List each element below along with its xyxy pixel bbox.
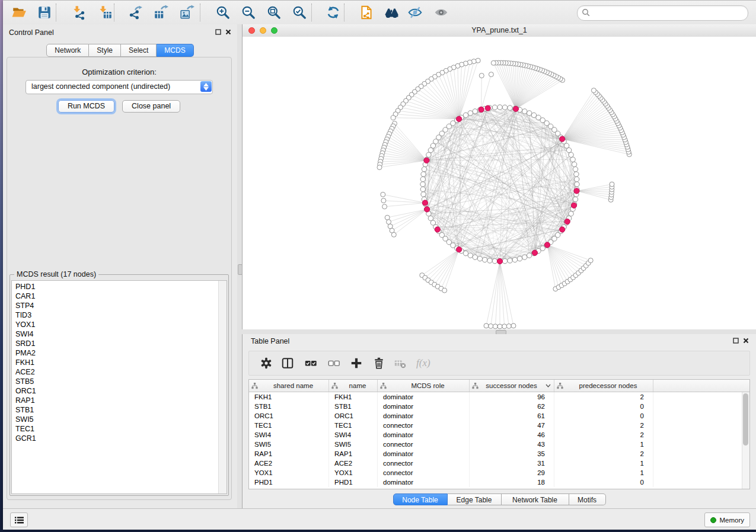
show-columns-icon[interactable] xyxy=(281,357,294,370)
mcds-result-item[interactable]: YOX1 xyxy=(12,320,227,329)
save-icon[interactable] xyxy=(37,5,52,20)
mcds-result-item[interactable]: ACE2 xyxy=(12,367,227,377)
run-mcds-button[interactable]: Run MCDS xyxy=(58,100,114,113)
mcds-result-item[interactable]: GCR1 xyxy=(12,434,227,443)
tab-edge-table[interactable]: Edge Table xyxy=(448,493,502,505)
column-header-successor-nodes[interactable]: successor nodes xyxy=(470,380,554,392)
tab-node-table[interactable]: Node Table xyxy=(393,493,448,505)
cell-successor-nodes: 18 xyxy=(470,477,554,487)
result-scrollbar[interactable] xyxy=(218,281,227,493)
cell-name: SWI5 xyxy=(329,440,378,449)
import-table-icon[interactable] xyxy=(97,5,113,20)
close-panel-icon[interactable] xyxy=(225,29,231,35)
column-header-MCDS-role[interactable]: MCDS role xyxy=(378,380,470,392)
binoculars-icon[interactable] xyxy=(384,5,399,20)
optimization-criterion-value: largest connected component (undirected) xyxy=(31,82,170,91)
vertical-splitter[interactable] xyxy=(237,24,242,508)
tab-network-table[interactable]: Network Table xyxy=(502,493,569,505)
network-canvas[interactable] xyxy=(243,37,756,329)
mcds-result-item[interactable]: FKH1 xyxy=(12,358,227,367)
function-builder-icon[interactable]: f(x) xyxy=(416,357,435,370)
table-row[interactable]: FKH1FKH1dominator962 xyxy=(249,392,749,402)
import-network-icon[interactable] xyxy=(71,5,87,20)
mcds-result-item[interactable]: STB5 xyxy=(12,377,227,386)
mcds-result-item[interactable]: TEC1 xyxy=(12,424,227,434)
screen: Control Panel NetworkStyleSelectMCDS Opt… xyxy=(0,0,756,532)
export-network-icon[interactable] xyxy=(127,5,143,20)
cell-name: STB1 xyxy=(329,402,378,411)
memory-button[interactable]: Memory xyxy=(704,512,750,527)
delete-rows-icon[interactable] xyxy=(372,357,385,370)
mcds-result-item[interactable]: TID3 xyxy=(12,310,227,320)
table-row[interactable]: ACE2ACE2connector311 xyxy=(249,459,749,468)
mcds-result-item[interactable]: SWI5 xyxy=(12,415,227,424)
table-scrollbar[interactable] xyxy=(742,392,749,489)
table-row[interactable]: RAP1RAP1dominator352 xyxy=(249,449,749,459)
export-image-icon[interactable] xyxy=(180,5,195,20)
hide-graphics-details-icon[interactable] xyxy=(407,5,423,20)
close-panel-icon[interactable] xyxy=(743,338,749,344)
table-row[interactable]: SWI5SWI5connector431 xyxy=(249,440,749,449)
tab-select[interactable]: Select xyxy=(121,44,157,57)
share-document-icon[interactable] xyxy=(359,5,374,20)
zoom-selected-icon[interactable] xyxy=(292,5,307,20)
select-all-icon[interactable] xyxy=(304,357,317,370)
mcds-result-item[interactable]: SWI4 xyxy=(12,329,227,339)
tab-style[interactable]: Style xyxy=(89,44,121,57)
mcds-result-item[interactable]: STP4 xyxy=(12,301,227,310)
cell-MCDS-role: connector xyxy=(378,440,470,449)
float-panel-icon[interactable] xyxy=(733,338,739,344)
tab-motifs[interactable]: Motifs xyxy=(569,493,606,505)
show-graphics-details-icon[interactable] xyxy=(433,5,449,20)
cell-successor-nodes: 96 xyxy=(470,392,554,402)
mcds-result-list[interactable]: PHD1CAR1STP4TID3YOX1SWI4SRD1PMA2FKH1ACE2… xyxy=(11,280,227,494)
column-header-shared-name[interactable]: shared name xyxy=(249,380,329,392)
table-row[interactable]: SWI4SWI4dominator462 xyxy=(249,430,749,440)
cell-predecessor-nodes: 0 xyxy=(554,477,653,487)
zoom-in-icon[interactable] xyxy=(215,5,231,20)
close-panel-button[interactable]: Close panel xyxy=(122,100,180,113)
delete-table-icon[interactable] xyxy=(394,357,407,370)
refresh-icon[interactable] xyxy=(326,5,341,20)
cell-shared-name: TEC1 xyxy=(249,421,329,430)
table-row[interactable]: ORC1ORC1dominator610 xyxy=(249,411,749,421)
cell-name: PHD1 xyxy=(329,477,378,487)
mcds-result-item[interactable]: PMA2 xyxy=(12,348,227,358)
tab-network[interactable]: Network xyxy=(46,44,89,57)
mcds-result-item[interactable]: RAP1 xyxy=(12,396,227,405)
float-panel-icon[interactable] xyxy=(215,29,221,35)
column-header-predecessor-nodes[interactable]: predecessor nodes xyxy=(554,380,653,392)
table-tabs: Node TableEdge TableNetwork TableMotifs xyxy=(243,493,756,505)
node-table: shared namenameMCDS rolesuccessor nodesp… xyxy=(248,379,750,489)
table-row[interactable]: STB1STB1dominator620 xyxy=(249,402,749,411)
search-input[interactable] xyxy=(593,7,744,20)
deselect-all-icon[interactable] xyxy=(327,357,340,370)
open-folder-icon[interactable] xyxy=(11,5,27,20)
zoom-out-icon[interactable] xyxy=(241,5,256,20)
control-panel-title: Control Panel xyxy=(9,28,54,37)
cell-predecessor-nodes: 2 xyxy=(554,392,653,402)
table-scrollbar-thumb[interactable] xyxy=(743,393,748,446)
mcds-result-item[interactable]: STB1 xyxy=(12,405,227,415)
table-row[interactable]: PHD1PHD1dominator180 xyxy=(249,477,749,487)
add-row-icon[interactable] xyxy=(350,357,363,370)
network-titlebar[interactable]: YPA_prune.txt_1 xyxy=(243,24,756,37)
tab-mcds[interactable]: MCDS xyxy=(157,44,193,57)
table-row[interactable]: TEC1TEC1connector472 xyxy=(249,421,749,430)
search-field[interactable] xyxy=(577,5,748,21)
zoom-fit-icon[interactable] xyxy=(266,5,282,20)
column-header-name[interactable]: name xyxy=(329,380,378,392)
export-table-icon[interactable] xyxy=(154,5,169,20)
mcds-result-item[interactable]: PHD1 xyxy=(12,282,227,291)
table-row[interactable]: YOX1YOX1connector291 xyxy=(249,468,749,477)
mcds-result-item[interactable]: ORC1 xyxy=(12,386,227,396)
horizontal-splitter[interactable] xyxy=(242,329,756,334)
optimization-criterion-select[interactable]: largest connected component (undirected) xyxy=(25,80,213,94)
panel-menu-button[interactable] xyxy=(10,512,28,527)
cell-shared-name: FKH1 xyxy=(249,392,329,402)
column-settings-gear-icon[interactable] xyxy=(260,357,273,370)
control-panel: Control Panel NetworkStyleSelectMCDS Opt… xyxy=(3,24,237,508)
table-toolbar: f(x) xyxy=(248,351,750,376)
mcds-result-item[interactable]: SRD1 xyxy=(12,339,227,348)
mcds-result-item[interactable]: CAR1 xyxy=(12,291,227,301)
